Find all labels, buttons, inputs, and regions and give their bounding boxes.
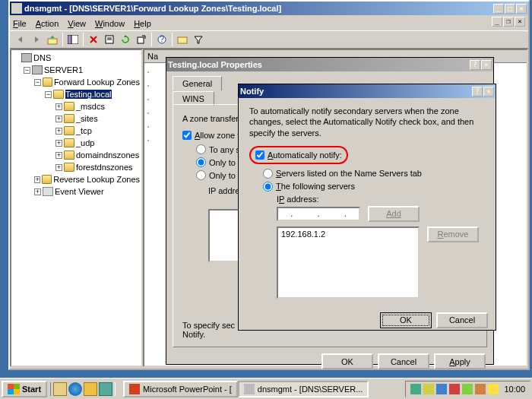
show-hide-button[interactable] — [65, 32, 81, 47]
help-button[interactable]: ? — [154, 32, 169, 47]
up-button[interactable] — [45, 32, 60, 47]
tree-sub-domaindns[interactable]: +domaindnszones — [13, 149, 140, 161]
tree-sub-msdcs[interactable]: +_msdcs — [13, 100, 140, 112]
radio-any-server[interactable] — [196, 144, 206, 154]
notify-help-button[interactable]: ? — [472, 87, 483, 97]
radio-following-servers[interactable] — [263, 182, 273, 192]
start-label: Start — [22, 385, 41, 394]
delete-button[interactable] — [86, 32, 101, 47]
ql-desktop-icon[interactable] — [53, 382, 67, 396]
tray-icon[interactable] — [436, 384, 447, 394]
radio-only-ns[interactable] — [196, 157, 206, 167]
maximize-button[interactable]: □ — [505, 4, 515, 14]
expand-icon[interactable]: + — [55, 103, 62, 110]
new-folder-button[interactable] — [175, 32, 190, 47]
expand-icon[interactable]: + — [34, 188, 41, 195]
task-dnsmgmt[interactable]: dnsmgmt - [DNS\SERVER... — [238, 381, 369, 397]
expand-icon[interactable]: + — [55, 116, 62, 122]
list-item[interactable] — [147, 80, 149, 92]
list-item[interactable] — [147, 93, 149, 106]
list-item[interactable] — [147, 107, 149, 119]
remove-button[interactable]: Remove — [427, 226, 479, 242]
start-button[interactable]: Start — [2, 381, 47, 397]
tree-root-dns[interactable]: DNS — [13, 52, 140, 64]
tree-server[interactable]: −SERVER1 — [13, 64, 140, 76]
refresh-button[interactable] — [118, 32, 133, 47]
tree-flz[interactable]: −Forward Lookup Zones — [13, 76, 140, 88]
list-item[interactable] — [147, 135, 149, 147]
tree-sub-sites[interactable]: +_sites — [13, 112, 140, 125]
mdi-restore-button[interactable]: ❐ — [503, 17, 514, 27]
clock[interactable]: 10:00 — [504, 385, 525, 394]
tray-icon[interactable] — [462, 384, 473, 394]
expand-icon[interactable]: + — [55, 164, 62, 171]
back-button[interactable] — [13, 32, 28, 47]
allow-zone-transfer-checkbox[interactable] — [182, 131, 192, 140]
notify-note-label: To specify sec — [182, 321, 235, 330]
list-item[interactable] — [147, 121, 149, 133]
tree-sub-forestdns[interactable]: +forestdnszones — [13, 161, 140, 173]
main-titlebar[interactable]: dnsmgmt - [DNS\SERVER1\Forward Lookup Zo… — [10, 2, 528, 15]
ql-ie-icon[interactable] — [68, 382, 82, 396]
props-ok-button[interactable]: OK — [321, 353, 373, 369]
collapse-icon[interactable]: − — [45, 91, 52, 98]
ql-app-icon[interactable] — [99, 382, 112, 396]
tree-sub-tcp[interactable]: +_tcp — [13, 125, 140, 137]
folder-icon — [147, 85, 149, 87]
notify-cancel-button[interactable]: Cancel — [436, 312, 488, 328]
props-titlebar[interactable]: Testing.local Properties ? × — [166, 58, 493, 71]
radio-ns-tab[interactable] — [263, 169, 273, 179]
folder-icon — [64, 114, 74, 123]
tab-general[interactable]: General — [173, 76, 222, 90]
props-cancel-button[interactable]: Cancel — [378, 353, 429, 369]
radio-only-following[interactable] — [196, 170, 206, 180]
tree-sub-udp[interactable]: +_udp — [13, 137, 140, 149]
list-item[interactable] — [147, 66, 149, 78]
props-close-button[interactable]: × — [481, 60, 492, 70]
system-tray: 10:00 — [405, 381, 530, 397]
close-button[interactable]: × — [516, 4, 527, 14]
menu-file[interactable]: File — [13, 19, 27, 28]
props-apply-button[interactable]: Apply — [434, 353, 486, 369]
tray-icon[interactable] — [449, 384, 460, 394]
props-help-button[interactable]: ? — [470, 60, 480, 70]
expand-icon[interactable]: + — [55, 140, 62, 147]
windows-flag-icon — [8, 384, 20, 394]
export-button[interactable] — [134, 32, 149, 47]
tray-icon[interactable] — [423, 384, 434, 394]
task-powerpoint[interactable]: Microsoft PowerPoint - [ — [123, 381, 238, 397]
mdi-close-button[interactable]: × — [515, 17, 525, 27]
properties-button[interactable] — [102, 32, 117, 47]
notify-close-button[interactable]: × — [483, 87, 494, 97]
forward-button[interactable] — [29, 32, 44, 47]
notify-title: Notify — [240, 87, 472, 96]
auto-notify-checkbox[interactable] — [255, 150, 264, 160]
minimize-button[interactable]: _ — [493, 4, 504, 14]
ql-outlook-icon[interactable] — [84, 382, 97, 396]
tray-icon[interactable] — [410, 384, 421, 394]
collapse-icon[interactable]: − — [24, 67, 30, 74]
menu-action[interactable]: Action — [36, 19, 59, 28]
tree-view[interactable]: DNS −SERVER1 −Forward Lookup Zones −Test… — [10, 49, 143, 367]
mdi-minimize-button[interactable]: _ — [492, 17, 502, 27]
notify-server-list[interactable]: 192.168.1.2 — [277, 226, 420, 299]
list-item[interactable]: 192.168.1.2 — [281, 230, 415, 239]
menu-view[interactable]: View — [68, 19, 86, 28]
tray-volume-icon[interactable] — [488, 384, 499, 394]
notify-titlebar[interactable]: Notify ? × — [239, 84, 496, 98]
menu-window[interactable]: Window — [95, 19, 125, 28]
tree-rlz[interactable]: +Reverse Lookup Zones — [13, 173, 140, 185]
filter-button[interactable] — [191, 32, 206, 47]
menu-help[interactable]: Help — [134, 19, 151, 28]
tree-zone-testing[interactable]: −Testing.local — [13, 88, 140, 100]
folder-icon — [64, 138, 74, 147]
notify-ok-button[interactable]: OK — [380, 312, 432, 328]
tree-event-viewer[interactable]: +Event Viewer — [13, 185, 140, 198]
expand-icon[interactable]: + — [34, 176, 40, 183]
collapse-icon[interactable]: − — [34, 79, 41, 86]
expand-icon[interactable]: + — [55, 128, 62, 135]
add-button[interactable]: Add — [368, 206, 420, 222]
ip-address-input[interactable]: ... — [277, 207, 360, 221]
expand-icon[interactable]: + — [55, 152, 62, 159]
tray-icon[interactable] — [475, 384, 486, 394]
